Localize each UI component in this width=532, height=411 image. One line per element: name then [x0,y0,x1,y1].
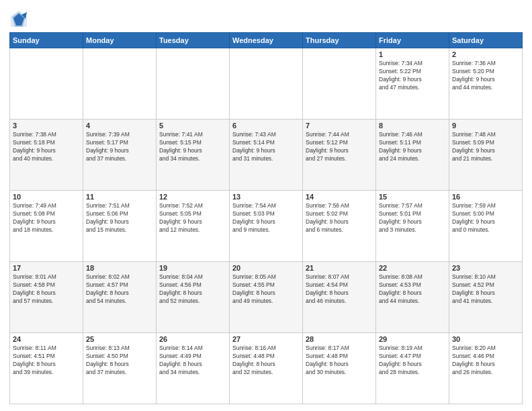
calendar-cell: 21Sunrise: 8:07 AM Sunset: 4:54 PM Dayli… [303,262,376,333]
weekday-header-tuesday: Tuesday [157,33,230,48]
calendar-cell: 27Sunrise: 8:16 AM Sunset: 4:48 PM Dayli… [230,333,303,404]
day-number: 19 [159,264,226,272]
day-number: 1 [379,50,446,58]
day-number: 9 [452,122,519,130]
day-info: Sunrise: 8:10 AM Sunset: 4:52 PM Dayligh… [452,273,519,306]
calendar-cell: 16Sunrise: 7:59 AM Sunset: 5:00 PM Dayli… [449,191,523,262]
day-info: Sunrise: 7:46 AM Sunset: 5:11 PM Dayligh… [379,131,446,163]
calendar-cell: 23Sunrise: 8:10 AM Sunset: 4:52 PM Dayli… [449,262,523,333]
day-info: Sunrise: 8:11 AM Sunset: 4:51 PM Dayligh… [13,345,80,377]
calendar-cell: 14Sunrise: 7:56 AM Sunset: 5:02 PM Dayli… [303,191,376,262]
weekday-header-monday: Monday [83,33,157,48]
day-number: 30 [452,335,519,343]
weekday-header-friday: Friday [376,33,449,48]
calendar-cell: 7Sunrise: 7:44 AM Sunset: 5:12 PM Daylig… [303,120,376,191]
day-info: Sunrise: 7:44 AM Sunset: 5:12 PM Dayligh… [306,131,373,163]
day-info: Sunrise: 7:48 AM Sunset: 5:09 PM Dayligh… [452,131,519,163]
day-number: 16 [452,193,519,201]
calendar-cell: 9Sunrise: 7:48 AM Sunset: 5:09 PM Daylig… [449,120,523,191]
day-number: 18 [86,264,153,272]
day-info: Sunrise: 7:59 AM Sunset: 5:00 PM Dayligh… [452,202,519,234]
day-number: 2 [452,50,519,58]
day-info: Sunrise: 8:14 AM Sunset: 4:49 PM Dayligh… [159,345,226,377]
day-info: Sunrise: 8:01 AM Sunset: 4:58 PM Dayligh… [13,273,80,306]
day-number: 26 [159,335,226,343]
calendar-cell: 3Sunrise: 7:38 AM Sunset: 5:18 PM Daylig… [10,120,83,191]
calendar-cell: 10Sunrise: 7:49 AM Sunset: 5:08 PM Dayli… [10,191,83,262]
day-info: Sunrise: 8:16 AM Sunset: 4:48 PM Dayligh… [232,345,300,377]
header [9,7,523,28]
day-number: 13 [232,193,300,201]
calendar-cell: 2Sunrise: 7:36 AM Sunset: 5:20 PM Daylig… [449,48,523,120]
logo-icon [9,9,28,28]
calendar-cell: 15Sunrise: 7:57 AM Sunset: 5:01 PM Dayli… [376,191,449,262]
day-info: Sunrise: 8:04 AM Sunset: 4:56 PM Dayligh… [159,273,226,306]
day-info: Sunrise: 7:54 AM Sunset: 5:03 PM Dayligh… [232,202,300,234]
day-info: Sunrise: 8:13 AM Sunset: 4:50 PM Dayligh… [86,345,153,377]
calendar-cell: 18Sunrise: 8:02 AM Sunset: 4:57 PM Dayli… [83,262,157,333]
calendar-cell: 6Sunrise: 7:43 AM Sunset: 5:14 PM Daylig… [230,120,303,191]
calendar-cell [10,48,83,120]
calendar-cell: 12Sunrise: 7:52 AM Sunset: 5:05 PM Dayli… [157,191,230,262]
calendar-week-3: 10Sunrise: 7:49 AM Sunset: 5:08 PM Dayli… [10,191,523,262]
calendar-cell: 30Sunrise: 8:20 AM Sunset: 4:46 PM Dayli… [449,333,523,404]
day-number: 20 [232,264,300,272]
weekday-header-thursday: Thursday [303,33,376,48]
day-number: 6 [232,122,300,130]
day-number: 21 [306,264,373,272]
day-info: Sunrise: 7:56 AM Sunset: 5:02 PM Dayligh… [306,202,373,234]
calendar-cell: 28Sunrise: 8:17 AM Sunset: 4:48 PM Dayli… [303,333,376,404]
day-info: Sunrise: 7:57 AM Sunset: 5:01 PM Dayligh… [379,202,446,234]
calendar-header-row: SundayMondayTuesdayWednesdayThursdayFrid… [10,33,523,48]
day-number: 11 [86,193,153,201]
calendar-cell: 24Sunrise: 8:11 AM Sunset: 4:51 PM Dayli… [10,333,83,404]
day-info: Sunrise: 8:02 AM Sunset: 4:57 PM Dayligh… [86,273,153,306]
day-info: Sunrise: 7:39 AM Sunset: 5:17 PM Dayligh… [86,131,153,163]
day-number: 15 [379,193,446,201]
day-info: Sunrise: 8:07 AM Sunset: 4:54 PM Dayligh… [306,273,373,306]
day-number: 14 [306,193,373,201]
calendar-cell: 8Sunrise: 7:46 AM Sunset: 5:11 PM Daylig… [376,120,449,191]
page: SundayMondayTuesdayWednesdayThursdayFrid… [0,0,532,411]
day-number: 24 [13,335,80,343]
day-info: Sunrise: 7:34 AM Sunset: 5:22 PM Dayligh… [379,60,446,92]
calendar-cell [157,48,230,120]
calendar-cell: 13Sunrise: 7:54 AM Sunset: 5:03 PM Dayli… [230,191,303,262]
day-info: Sunrise: 8:19 AM Sunset: 4:47 PM Dayligh… [379,345,446,377]
calendar-table: SundayMondayTuesdayWednesdayThursdayFrid… [9,32,523,404]
calendar-week-2: 3Sunrise: 7:38 AM Sunset: 5:18 PM Daylig… [10,120,523,191]
calendar-cell: 20Sunrise: 8:05 AM Sunset: 4:55 PM Dayli… [230,262,303,333]
day-info: Sunrise: 7:38 AM Sunset: 5:18 PM Dayligh… [13,131,80,163]
calendar-week-1: 1Sunrise: 7:34 AM Sunset: 5:22 PM Daylig… [10,48,523,120]
day-info: Sunrise: 8:05 AM Sunset: 4:55 PM Dayligh… [232,273,300,306]
day-info: Sunrise: 7:52 AM Sunset: 5:05 PM Dayligh… [159,202,226,234]
day-info: Sunrise: 7:49 AM Sunset: 5:08 PM Dayligh… [13,202,80,234]
day-info: Sunrise: 7:36 AM Sunset: 5:20 PM Dayligh… [452,60,519,92]
calendar-cell: 11Sunrise: 7:51 AM Sunset: 5:06 PM Dayli… [83,191,157,262]
weekday-header-sunday: Sunday [10,33,83,48]
day-info: Sunrise: 8:17 AM Sunset: 4:48 PM Dayligh… [306,345,373,377]
calendar-cell: 17Sunrise: 8:01 AM Sunset: 4:58 PM Dayli… [10,262,83,333]
calendar-cell: 22Sunrise: 8:08 AM Sunset: 4:53 PM Dayli… [376,262,449,333]
day-number: 5 [159,122,226,130]
calendar-cell: 25Sunrise: 8:13 AM Sunset: 4:50 PM Dayli… [83,333,157,404]
day-number: 7 [306,122,373,130]
day-number: 10 [13,193,80,201]
day-info: Sunrise: 7:51 AM Sunset: 5:06 PM Dayligh… [86,202,153,234]
calendar-cell [303,48,376,120]
day-number: 23 [452,264,519,272]
day-info: Sunrise: 7:43 AM Sunset: 5:14 PM Dayligh… [232,131,300,163]
calendar-week-4: 17Sunrise: 8:01 AM Sunset: 4:58 PM Dayli… [10,262,523,333]
calendar-cell: 26Sunrise: 8:14 AM Sunset: 4:49 PM Dayli… [157,333,230,404]
day-number: 3 [13,122,80,130]
calendar-cell: 5Sunrise: 7:41 AM Sunset: 5:15 PM Daylig… [157,120,230,191]
weekday-header-saturday: Saturday [449,33,523,48]
day-number: 4 [86,122,153,130]
day-number: 8 [379,122,446,130]
calendar-cell: 4Sunrise: 7:39 AM Sunset: 5:17 PM Daylig… [83,120,157,191]
weekday-header-wednesday: Wednesday [230,33,303,48]
calendar-week-5: 24Sunrise: 8:11 AM Sunset: 4:51 PM Dayli… [10,333,523,404]
day-info: Sunrise: 8:08 AM Sunset: 4:53 PM Dayligh… [379,273,446,306]
calendar-cell: 19Sunrise: 8:04 AM Sunset: 4:56 PM Dayli… [157,262,230,333]
day-number: 29 [379,335,446,343]
